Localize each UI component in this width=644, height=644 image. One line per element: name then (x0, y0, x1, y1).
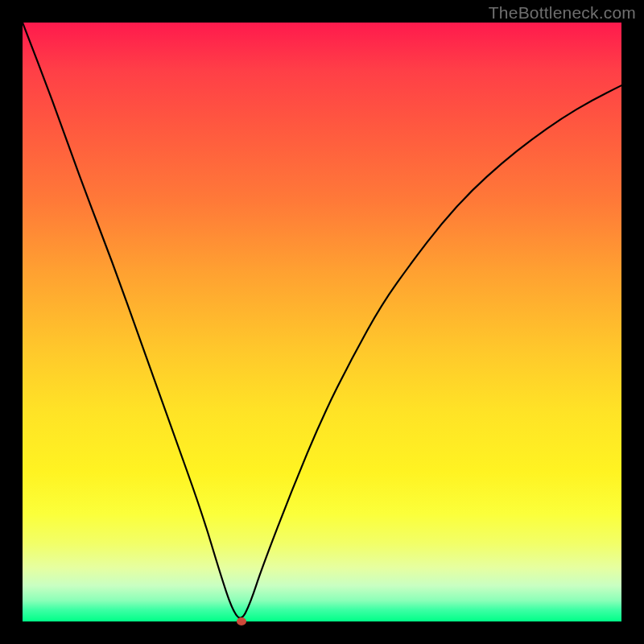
chart-frame: TheBottleneck.com (0, 0, 644, 644)
plot-area (23, 23, 621, 621)
watermark-text: TheBottleneck.com (489, 3, 636, 23)
minimum-marker (237, 617, 246, 625)
bottleneck-curve (23, 23, 621, 621)
